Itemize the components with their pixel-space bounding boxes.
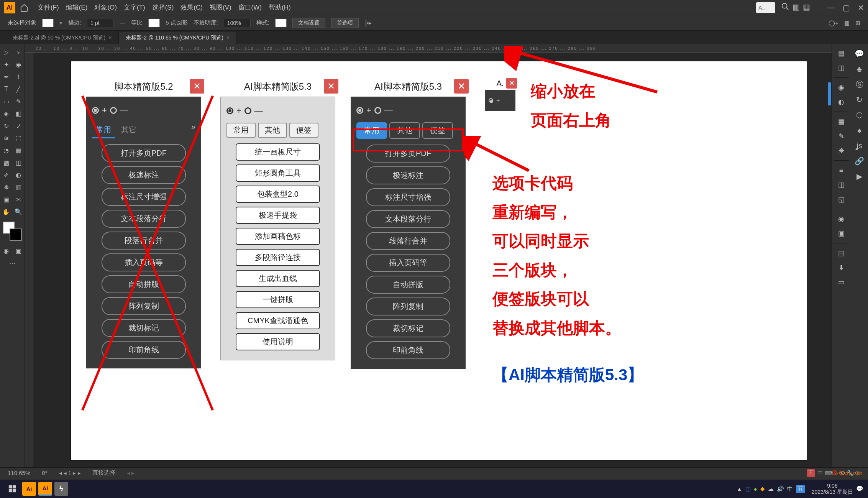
lasso-tool[interactable]: ◉ [12,58,25,71]
panel-expand-icon[interactable]: ⊞ [855,20,860,26]
pen-tool[interactable]: ✒ [0,71,12,83]
rotation-angle[interactable]: 0° [42,470,47,476]
screen-mode[interactable]: ▣ [12,245,25,257]
close-button[interactable]: ✕ [858,3,864,12]
start-button[interactable] [5,481,20,496]
uniform-label[interactable]: 等比 [131,19,143,26]
menu-effect[interactable]: 效果(C) [180,3,203,12]
mesh-tool[interactable]: ▩ [0,156,12,169]
scrollbar-indicator[interactable] [828,82,831,105]
tray-icon[interactable]: ◆ [760,485,765,492]
canvas[interactable]: -20 ... -10 ... 0 ... 10 ... 20 ... 30 .… [25,44,832,467]
top-search-input[interactable]: A.. [756,2,775,13]
menu-view[interactable]: 视图(V) [210,3,231,12]
doc-tab-1[interactable]: 未标题-2.ai @ 50 % (CMYK/CPU 预览)× [6,32,119,44]
hand-tool[interactable]: ✋ [0,205,12,218]
brush-preset[interactable]: 5 点圆形 [166,19,188,26]
zoom-level[interactable]: 110.65% [8,470,30,476]
navigator-icon[interactable]: ♣ [851,61,868,77]
swatches-icon[interactable]: ▦ [832,114,850,129]
free-transform-tool[interactable]: ⬚ [12,132,25,144]
blend-tool[interactable]: ◐ [12,169,25,181]
script-button[interactable]: 自动拼版 [366,276,450,294]
width-tool[interactable]: ≋ [0,132,12,144]
tray-clock[interactable]: 9:06 2023/8/13 星期日 [812,483,853,495]
stroke-color[interactable] [10,228,22,241]
properties-icon[interactable]: ▤ [832,46,850,61]
slice-tool[interactable]: ✂ [12,193,25,205]
direct-select-tool[interactable]: ▹ [12,46,25,58]
rotate-tool[interactable]: ↻ [0,120,12,132]
symbols-icon[interactable]: ❋ [832,143,850,158]
brush-swatch[interactable] [148,19,160,27]
cloud-icon[interactable]: ◯+ [829,20,838,26]
tray-ime-badge[interactable]: 五 [796,485,805,493]
tab-notes[interactable]: 便签 [289,123,318,138]
script-button[interactable]: 极速手提袋 [236,207,320,224]
script-button[interactable]: 印前角线 [366,341,450,359]
panel-opts-icon[interactable]: ▦ [844,20,850,26]
shape-builder-tool[interactable]: ◔ [0,144,12,156]
color-picker[interactable] [3,222,22,241]
script-button[interactable]: 使用说明 [236,333,320,350]
asset-export-icon[interactable]: ⬇ [832,260,850,275]
type-tool[interactable]: T [0,83,12,95]
stroke-icon[interactable]: ≡ [832,163,850,178]
curvature-tool[interactable]: ⌇ [12,71,25,83]
gradient-icon[interactable]: ◫ [832,178,850,192]
color-icon[interactable]: ◉ [832,80,850,95]
color-guide-icon[interactable]: ◐ [832,95,850,109]
menu-type[interactable]: 文字(T) [124,3,145,12]
dropdown-icon[interactable]: ▾ [59,20,62,26]
artboard-nav[interactable]: ◂ ◂ 1 ▸ ▸ [59,470,81,477]
taskbar-ai-2[interactable]: Ai [38,482,52,496]
menu-window[interactable]: 窗口(W) [238,3,262,12]
gradient-tool[interactable]: ◫ [12,156,25,169]
zoom-tool[interactable]: 🔍 [12,205,25,218]
tray-icon[interactable]: ◫ [745,485,751,492]
script-button[interactable]: 极速标注 [366,166,450,184]
graphic-styles-icon[interactable]: ▣ [832,226,850,241]
close-icon[interactable]: ✕ [454,79,469,94]
info-icon[interactable]: Ⓢ [851,77,868,92]
brush-tool[interactable]: ✎ [12,95,25,107]
brushes-icon[interactable]: ✎ [832,129,850,143]
minimize-button[interactable]: — [827,3,835,12]
script-button[interactable]: 矩形圆角工具 [236,164,320,182]
script-button[interactable]: 插入页码等 [366,254,450,272]
libraries-icon[interactable]: ◫ [832,61,850,75]
tab-close-icon[interactable]: × [226,35,230,41]
layers-icon[interactable]: ▤ [832,246,850,260]
magic-wand-tool[interactable]: ✦ [0,58,12,71]
path-icon[interactable]: ⬡ [851,107,868,123]
history-icon[interactable]: ↻ [851,92,868,107]
script-button[interactable]: 生成出血线 [236,270,320,287]
align-icon[interactable]: ╠▸ [364,20,372,26]
notifications-icon[interactable]: 💬 [856,485,863,492]
tab-common[interactable]: 常用 [226,123,256,138]
edit-toolbar[interactable]: ⋯ [0,257,25,269]
maximize-button[interactable]: ▢ [843,3,850,12]
ime-badge[interactable]: 五 [807,469,815,477]
doc-setup-button[interactable]: 文档设置 [292,18,325,28]
menu-select[interactable]: 选择(S) [152,3,174,12]
perspective-tool[interactable]: ▦ [12,144,25,156]
eyedropper-tool[interactable]: ✐ [0,169,12,181]
menu-edit[interactable]: 编辑(E) [66,3,88,12]
artboards-icon[interactable]: ▭ [832,275,850,289]
tray-icon[interactable]: ▲ [737,486,742,492]
ime-lang[interactable]: 中 [817,470,823,477]
prefs-button[interactable]: 首选项 [331,18,359,28]
script-button[interactable]: 标注尺寸增强 [366,188,450,206]
scale-tool[interactable]: ⤢ [12,120,25,132]
arrange-icon[interactable]: ▥ [793,2,800,13]
script-button[interactable]: 阵列复制 [366,297,450,316]
tray-icon[interactable]: ● [754,486,757,492]
line-tool[interactable]: ╱ [12,83,25,95]
style-swatch[interactable] [275,19,287,27]
close-icon[interactable]: ✕ [190,79,204,94]
close-icon[interactable]: ✕ [324,79,338,94]
script-button[interactable]: 裁切标记 [366,319,450,337]
link-icon[interactable]: 🔗 [851,153,868,169]
taskbar-app[interactable]: ϟ [54,482,68,496]
